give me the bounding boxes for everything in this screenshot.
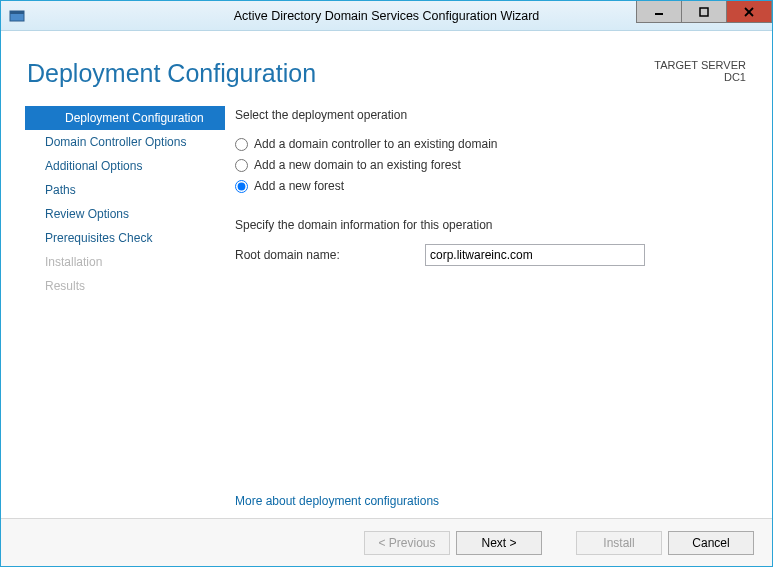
step-label: Paths (45, 183, 76, 197)
install-button[interactable]: Install (576, 531, 662, 555)
main: Select the deployment operation Add a do… (225, 100, 772, 476)
step-domain-controller-options[interactable]: Domain Controller Options (5, 130, 225, 154)
target-server-label: TARGET SERVER (654, 59, 746, 71)
cancel-button[interactable]: Cancel (668, 531, 754, 555)
radio-label: Add a new domain to an existing forest (254, 158, 461, 172)
radio-add-new-forest[interactable]: Add a new forest (235, 176, 746, 196)
svg-rect-3 (700, 8, 708, 16)
window-controls (637, 1, 772, 23)
root-domain-row: Root domain name: (235, 244, 746, 266)
step-paths[interactable]: Paths (5, 178, 225, 202)
radio-input[interactable] (235, 180, 248, 193)
specify-block: Specify the domain information for this … (235, 218, 746, 266)
step-label: Installation (45, 255, 102, 269)
radio-label: Add a domain controller to an existing d… (254, 137, 497, 151)
content: Deployment Configuration Domain Controll… (1, 100, 772, 476)
step-label: Deployment Configuration (65, 111, 204, 125)
wizard-window: Active Directory Domain Services Configu… (0, 0, 773, 567)
radio-input[interactable] (235, 138, 248, 151)
next-button[interactable]: Next > (456, 531, 542, 555)
specify-domain-label: Specify the domain information for this … (235, 218, 746, 232)
step-label: Domain Controller Options (45, 135, 186, 149)
previous-button[interactable]: < Previous (364, 531, 450, 555)
root-domain-input[interactable] (425, 244, 645, 266)
maximize-button[interactable] (681, 1, 727, 23)
step-review-options[interactable]: Review Options (5, 202, 225, 226)
more-about-link[interactable]: More about deployment configurations (1, 476, 772, 518)
body: Deployment Configuration TARGET SERVER D… (1, 31, 772, 566)
select-operation-label: Select the deployment operation (235, 108, 746, 122)
app-icon (9, 8, 25, 24)
step-label: Results (45, 279, 85, 293)
target-server-name: DC1 (654, 71, 746, 83)
titlebar: Active Directory Domain Services Configu… (1, 1, 772, 31)
step-deployment-configuration[interactable]: Deployment Configuration (25, 106, 225, 130)
svg-rect-1 (10, 11, 24, 14)
step-additional-options[interactable]: Additional Options (5, 154, 225, 178)
button-bar: < Previous Next > Install Cancel (1, 518, 772, 566)
target-server: TARGET SERVER DC1 (654, 59, 746, 83)
step-label: Review Options (45, 207, 129, 221)
sidebar: Deployment Configuration Domain Controll… (1, 100, 225, 476)
step-label: Prerequisites Check (45, 231, 152, 245)
step-results: Results (5, 274, 225, 298)
minimize-button[interactable] (636, 1, 682, 23)
step-label: Additional Options (45, 159, 142, 173)
root-domain-label: Root domain name: (235, 248, 425, 262)
radio-add-domain-existing-forest[interactable]: Add a new domain to an existing forest (235, 155, 746, 175)
header-row: Deployment Configuration TARGET SERVER D… (1, 31, 772, 100)
step-prerequisites-check[interactable]: Prerequisites Check (5, 226, 225, 250)
close-button[interactable] (726, 1, 772, 23)
page-title: Deployment Configuration (27, 59, 316, 88)
radio-add-dc-existing-domain[interactable]: Add a domain controller to an existing d… (235, 134, 746, 154)
step-installation: Installation (5, 250, 225, 274)
radio-label: Add a new forest (254, 179, 344, 193)
radio-input[interactable] (235, 159, 248, 172)
